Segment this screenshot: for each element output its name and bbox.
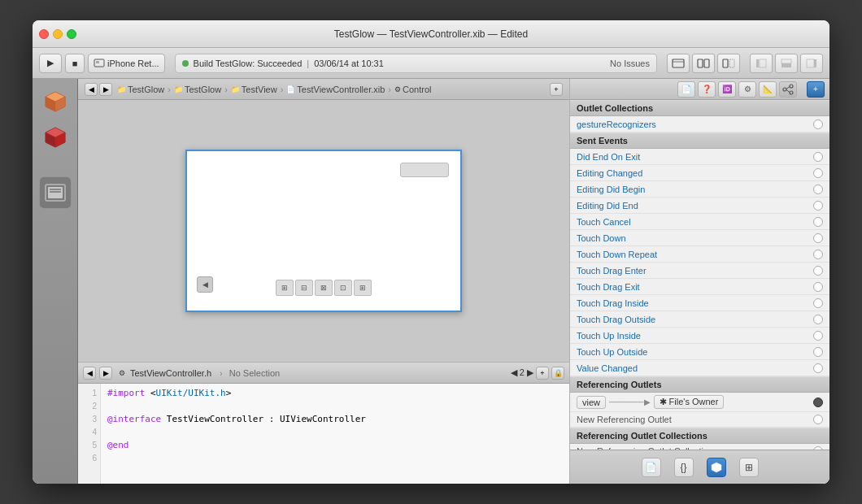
event-touch-cancel: Touch Cancel — [570, 214, 829, 230]
svg-rect-8 — [756, 59, 759, 67]
breadcrumb-back-button[interactable]: ◀ — [85, 83, 98, 96]
referencing-outlets-header: Referencing Outlets — [570, 376, 829, 393]
run-button[interactable]: ▶ — [39, 54, 62, 73]
bc-testglow2[interactable]: TestGlow — [185, 85, 221, 94]
canvas-align-left[interactable]: ⊞ — [276, 280, 294, 296]
rp-bottom-grid-button[interactable]: ⊞ — [739, 458, 759, 477]
event-did-end-on-exit: Did End On Exit — [570, 149, 829, 165]
code-line-6 — [107, 452, 563, 465]
event-circle-14[interactable] — [813, 363, 823, 373]
rp-bottom-cube-button[interactable] — [707, 458, 726, 477]
maximize-button[interactable] — [67, 29, 76, 39]
code-line-5: @end — [107, 439, 563, 452]
event-circle-10[interactable] — [813, 298, 823, 308]
editor-standard-button[interactable] — [667, 54, 690, 73]
code-content[interactable]: #import <UIKit/UIKit.h> @interface TestV… — [101, 384, 569, 484]
code-pagination: ◀ 2 ▶ + 🔒 — [511, 367, 564, 380]
svg-rect-1 — [96, 61, 99, 63]
close-button[interactable] — [39, 29, 49, 39]
event-touch-drag-inside: Touch Drag Inside — [570, 295, 829, 311]
outlet-view-circle[interactable] — [813, 398, 823, 407]
ib-editor-area[interactable]: ◀ ⊞ ⊟ ⊠ ⊡ ⊞ — [78, 100, 569, 362]
minimize-button[interactable] — [53, 29, 63, 39]
bc-action-button[interactable]: + — [550, 83, 563, 96]
svg-rect-24 — [50, 189, 61, 190]
canvas-align-right[interactable]: ⊡ — [334, 280, 352, 296]
connections-icon — [782, 84, 794, 95]
rp-connections-button[interactable] — [779, 81, 797, 98]
event-touch-drag-exit: Touch Drag Exit — [570, 279, 829, 295]
sidebar-icon-view[interactable] — [39, 176, 72, 209]
stop-button[interactable]: ■ — [65, 54, 85, 73]
event-circle-13[interactable] — [813, 347, 823, 357]
canvas-nav-left[interactable]: ◀ — [197, 276, 213, 293]
rp-bottom-doc-button[interactable]: 📄 — [642, 458, 661, 477]
outlet-collections-header: Outlet Collections — [570, 100, 829, 116]
event-circle-3[interactable] — [813, 185, 823, 194]
breadcrumb-forward-button[interactable]: ▶ — [99, 83, 112, 96]
outlet-collection-new-row: New Referencing Outlet Collection — [570, 444, 829, 450]
scheme-selector[interactable]: iPhone Ret... — [88, 54, 165, 73]
gesture-circle[interactable] — [813, 119, 823, 129]
event-circle-4[interactable] — [813, 201, 823, 211]
code-back-button[interactable]: ◀ — [83, 367, 96, 380]
rp-identity-button[interactable]: 🆔 — [718, 81, 736, 98]
bc-xib[interactable]: TestViewController.xib — [297, 85, 385, 94]
svg-rect-2 — [673, 59, 684, 67]
svg-rect-11 — [781, 63, 791, 67]
rp-size-button[interactable]: 📐 — [759, 81, 777, 98]
cube-small-icon — [711, 462, 722, 473]
event-circle-2[interactable] — [813, 168, 823, 178]
rp-bottom-curly-button[interactable]: {} — [674, 458, 694, 477]
bc-testglow1[interactable]: TestGlow — [128, 85, 164, 94]
navigator-icon — [755, 59, 767, 68]
event-circle-6[interactable] — [813, 233, 823, 243]
outlet-view-name: view — [577, 396, 606, 409]
bc-testview[interactable]: TestView — [242, 85, 277, 94]
svg-rect-7 — [729, 59, 734, 67]
debug-icon — [781, 59, 792, 68]
ib-canvas: ◀ ⊞ ⊟ ⊠ ⊡ ⊞ — [185, 150, 462, 312]
debug-toggle-button[interactable] — [775, 54, 798, 73]
canvas-align-center[interactable]: ⊟ — [295, 280, 313, 296]
outlet-new-circle[interactable] — [813, 415, 823, 424]
breadcrumb-nav: ◀ ▶ — [85, 83, 112, 96]
event-circle-1[interactable] — [813, 152, 823, 162]
event-circle-7[interactable] — [813, 250, 823, 259]
event-value-changed: Value Changed — [570, 360, 829, 376]
event-circle-12[interactable] — [813, 331, 823, 341]
utilities-icon — [806, 59, 817, 68]
event-circle-11[interactable] — [813, 315, 823, 324]
canvas-align-justify[interactable]: ⊠ — [315, 280, 333, 296]
sidebar-icon-cube-red[interactable] — [39, 121, 72, 154]
editor-assistant-button[interactable] — [692, 54, 715, 73]
code-line-4 — [107, 426, 563, 439]
code-selector: No Selection — [229, 368, 280, 378]
sidebar-icon-cube[interactable] — [39, 85, 72, 118]
outlet-arrow: ──────▶ — [609, 398, 651, 406]
traffic-lights — [39, 29, 76, 39]
line-numbers: 1 2 3 4 5 6 — [78, 384, 101, 484]
rp-add-button[interactable]: + — [807, 81, 825, 98]
event-touch-drag-enter: Touch Drag Enter — [570, 263, 829, 279]
editor-version-button[interactable] — [717, 54, 740, 73]
rp-quick-help-button[interactable]: ❓ — [698, 81, 716, 98]
event-circle-8[interactable] — [813, 266, 823, 276]
ui-textfield[interactable] — [400, 163, 449, 177]
canvas-group[interactable]: ⊞ — [354, 280, 372, 296]
utilities-toggle-button[interactable] — [800, 54, 823, 73]
code-lock-button[interactable]: 🔒 — [551, 367, 564, 380]
version-editor-icon — [722, 59, 735, 68]
rp-file-button[interactable]: 📄 — [677, 81, 695, 98]
code-add-button[interactable]: + — [536, 367, 549, 380]
bc-control[interactable]: Control — [403, 85, 431, 94]
svg-rect-6 — [723, 59, 728, 67]
outlet-files-owner: ✱ File's Owner — [654, 395, 725, 409]
code-forward-button[interactable]: ▶ — [99, 367, 112, 380]
navigator-toggle-button[interactable] — [750, 54, 773, 73]
build-status: Build TestGlow: Succeeded | 03/06/14 at … — [175, 54, 657, 73]
event-circle-5[interactable] — [813, 217, 823, 227]
rp-attributes-button[interactable]: ⚙ — [738, 81, 756, 98]
event-circle-9[interactable] — [813, 282, 823, 292]
event-editing-changed: Editing Changed — [570, 165, 829, 181]
